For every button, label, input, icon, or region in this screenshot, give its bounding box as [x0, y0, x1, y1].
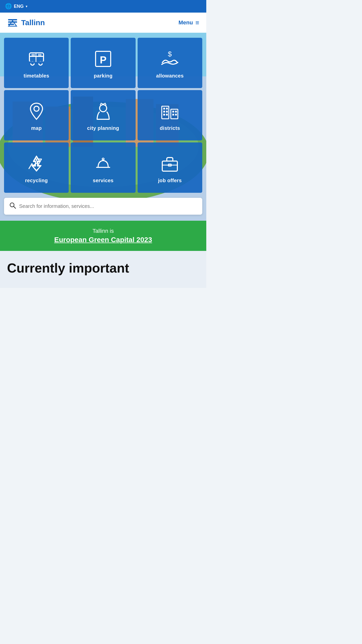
search-icon	[9, 202, 16, 211]
city-planning-icon	[93, 101, 113, 121]
timetables-label: timetables	[24, 73, 49, 79]
recycling-label: recycling	[25, 178, 48, 183]
svg-rect-2	[8, 24, 14, 25]
services-icon	[93, 154, 113, 174]
svg-rect-26	[172, 114, 174, 116]
language-selector[interactable]: ENG	[14, 4, 24, 9]
map-label: map	[31, 125, 42, 131]
svg-rect-10	[38, 54, 42, 56]
site-header: Tallinn Menu ≡	[0, 13, 206, 33]
language-bar: 🌐 ENG ▾	[0, 0, 206, 13]
green-banner: Tallinn is European Green Capital 2023	[0, 221, 206, 251]
chevron-down-icon: ▾	[26, 4, 27, 8]
parking-label: parking	[94, 73, 112, 79]
tile-timetables[interactable]: timetables	[4, 38, 69, 88]
allowances-label: allowances	[156, 73, 184, 79]
tile-map[interactable]: map	[4, 90, 69, 140]
nav-grid: timetables P parking $ allowances	[4, 38, 202, 193]
european-green-capital-link[interactable]: European Green Capital 2023	[5, 236, 201, 244]
svg-rect-7	[29, 61, 44, 63]
menu-button[interactable]: Menu ≡	[178, 19, 199, 27]
logo-text: Tallinn	[21, 18, 45, 27]
currently-important-heading: Currently important	[7, 261, 199, 275]
svg-rect-19	[166, 108, 168, 109]
bus-icon	[26, 49, 47, 69]
tallinn-logo-icon	[7, 17, 18, 28]
city-planning-label: city planning	[87, 125, 119, 131]
allowances-icon: $	[160, 49, 180, 69]
logo-area[interactable]: Tallinn	[7, 17, 45, 28]
recycling-icon	[26, 154, 47, 174]
hero-section: timetables P parking $ allowances	[0, 33, 206, 221]
search-input[interactable]	[19, 203, 197, 209]
svg-line-35	[14, 206, 16, 208]
job-offers-label: job offers	[158, 178, 182, 183]
tile-recycling[interactable]: recycling	[4, 142, 69, 193]
svg-rect-24	[172, 111, 174, 112]
svg-rect-20	[163, 111, 165, 112]
svg-rect-9	[31, 54, 35, 56]
search-bar	[4, 198, 202, 215]
tile-districts[interactable]: districts	[138, 90, 202, 140]
svg-text:$: $	[168, 50, 172, 58]
svg-rect-23	[166, 114, 168, 116]
job-offers-icon	[160, 154, 180, 174]
svg-rect-4	[29, 56, 44, 57]
svg-rect-18	[163, 108, 165, 109]
globe-icon: 🌐	[5, 3, 12, 10]
svg-text:P: P	[100, 54, 107, 65]
svg-rect-22	[163, 114, 165, 116]
banner-line1: Tallinn is	[5, 228, 201, 234]
svg-rect-1	[8, 21, 17, 23]
map-pin-icon	[26, 101, 47, 121]
currently-important-section: Currently important	[0, 251, 206, 288]
svg-rect-25	[175, 111, 177, 112]
tile-services[interactable]: services	[71, 142, 135, 193]
services-label: services	[93, 178, 113, 183]
hamburger-icon: ≡	[195, 19, 199, 27]
districts-label: districts	[160, 125, 180, 131]
tile-city-planning[interactable]: city planning	[71, 90, 135, 140]
menu-label: Menu	[178, 19, 193, 26]
tile-parking[interactable]: P parking	[71, 38, 135, 88]
svg-rect-27	[175, 114, 177, 116]
districts-icon	[160, 101, 180, 121]
svg-point-14	[34, 106, 39, 111]
svg-point-15	[100, 105, 107, 112]
tile-allowances[interactable]: $ allowances	[138, 38, 202, 88]
svg-rect-21	[166, 111, 168, 112]
tile-job-offers[interactable]: job offers	[138, 142, 202, 193]
parking-icon: P	[93, 49, 113, 69]
